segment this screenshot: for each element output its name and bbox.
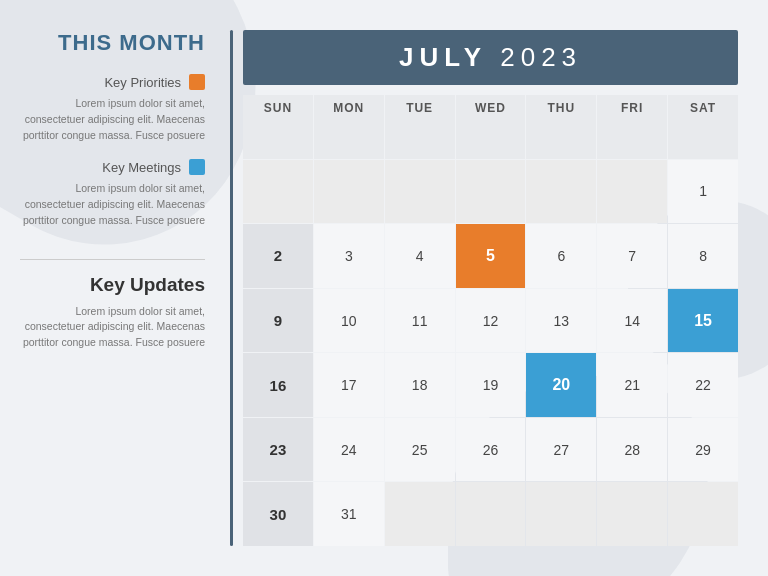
cell-week-9: 9 bbox=[243, 289, 313, 353]
priorities-header: Key Priorities bbox=[20, 74, 205, 90]
meetings-label: Key Meetings bbox=[102, 160, 181, 175]
meetings-section: Key Meetings Lorem ipsum dolor sit amet,… bbox=[20, 159, 205, 228]
day-header-sun: SUN bbox=[243, 95, 313, 159]
calendar-header: JULY 2023 bbox=[243, 30, 738, 85]
calendar-month: JULY bbox=[399, 42, 487, 72]
day-header-wed: WED bbox=[456, 95, 526, 159]
cell-11: 11 bbox=[385, 289, 455, 353]
sidebar: THIS MONTH Key Priorities Lorem ipsum do… bbox=[20, 30, 220, 546]
main-container: THIS MONTH Key Priorities Lorem ipsum do… bbox=[0, 0, 768, 576]
calendar-header-row: SUN MON TUE WED THU FRI SAT bbox=[243, 95, 738, 159]
cell-empty bbox=[526, 160, 596, 224]
cell-14: 14 bbox=[597, 289, 667, 353]
priorities-text: Lorem ipsum dolor sit amet, consectetuer… bbox=[20, 96, 205, 143]
updates-text: Lorem ipsum dolor sit amet, consectetuer… bbox=[20, 304, 205, 351]
cell-12: 12 bbox=[456, 289, 526, 353]
cell-empty bbox=[385, 482, 455, 546]
cell-31: 31 bbox=[314, 482, 384, 546]
priorities-label: Key Priorities bbox=[104, 75, 181, 90]
cell-13: 13 bbox=[526, 289, 596, 353]
cell-3: 3 bbox=[314, 224, 384, 288]
cell-10: 10 bbox=[314, 289, 384, 353]
cell-6: 6 bbox=[526, 224, 596, 288]
cell-empty bbox=[597, 482, 667, 546]
vertical-divider bbox=[230, 30, 233, 546]
cell-25: 25 bbox=[385, 418, 455, 482]
cell-empty bbox=[456, 482, 526, 546]
cell-empty bbox=[668, 482, 738, 546]
updates-title: Key Updates bbox=[20, 274, 205, 296]
cell-7: 7 bbox=[597, 224, 667, 288]
calendar-week-1: 1 bbox=[243, 160, 738, 224]
calendar-week-5: 23 24 25 26 27 28 29 bbox=[243, 418, 738, 482]
calendar: JULY 2023 SUN MON TUE WED THU FRI SAT bbox=[243, 30, 738, 546]
cell-22: 22 bbox=[668, 353, 738, 417]
meetings-color-indicator bbox=[189, 159, 205, 175]
calendar-grid: SUN MON TUE WED THU FRI SAT 1 2 bbox=[243, 95, 738, 546]
cell-21: 21 bbox=[597, 353, 667, 417]
cell-8: 8 bbox=[668, 224, 738, 288]
sidebar-divider bbox=[20, 259, 205, 260]
cell-week-2: 2 bbox=[243, 224, 313, 288]
day-header-thu: THU bbox=[526, 95, 596, 159]
cell-empty bbox=[314, 160, 384, 224]
sidebar-title: THIS MONTH bbox=[20, 30, 205, 56]
cell-19: 19 bbox=[456, 353, 526, 417]
meetings-text: Lorem ipsum dolor sit amet, consectetuer… bbox=[20, 181, 205, 228]
day-header-tue: TUE bbox=[385, 95, 455, 159]
cell-5: 5 bbox=[456, 224, 526, 288]
day-header-sat: SAT bbox=[668, 95, 738, 159]
calendar-week-4: 16 17 18 19 20 21 22 bbox=[243, 353, 738, 417]
cell-15: 15 bbox=[668, 289, 738, 353]
calendar-year: 2023 bbox=[500, 42, 582, 72]
cell-empty bbox=[597, 160, 667, 224]
cell-29: 29 bbox=[668, 418, 738, 482]
cell-17: 17 bbox=[314, 353, 384, 417]
calendar-week-3: 9 10 11 12 13 14 15 bbox=[243, 289, 738, 353]
cell-18: 18 bbox=[385, 353, 455, 417]
calendar-week-2: 2 3 4 5 6 7 8 bbox=[243, 224, 738, 288]
cell-empty bbox=[526, 482, 596, 546]
cell-24: 24 bbox=[314, 418, 384, 482]
cell-4: 4 bbox=[385, 224, 455, 288]
priorities-section: Key Priorities Lorem ipsum dolor sit ame… bbox=[20, 74, 205, 143]
priorities-color-indicator bbox=[189, 74, 205, 90]
cell-26: 26 bbox=[456, 418, 526, 482]
cell-20: 20 bbox=[526, 353, 596, 417]
day-header-fri: FRI bbox=[597, 95, 667, 159]
cell-28: 28 bbox=[597, 418, 667, 482]
cell-empty bbox=[385, 160, 455, 224]
cell-week-23: 23 bbox=[243, 418, 313, 482]
cell-week-30: 30 bbox=[243, 482, 313, 546]
calendar-week-6: 30 31 bbox=[243, 482, 738, 546]
cell-27: 27 bbox=[526, 418, 596, 482]
day-header-mon: MON bbox=[314, 95, 384, 159]
cell-empty bbox=[243, 160, 313, 224]
meetings-header: Key Meetings bbox=[20, 159, 205, 175]
cell-empty bbox=[456, 160, 526, 224]
cell-week-16: 16 bbox=[243, 353, 313, 417]
cell-1: 1 bbox=[668, 160, 738, 224]
